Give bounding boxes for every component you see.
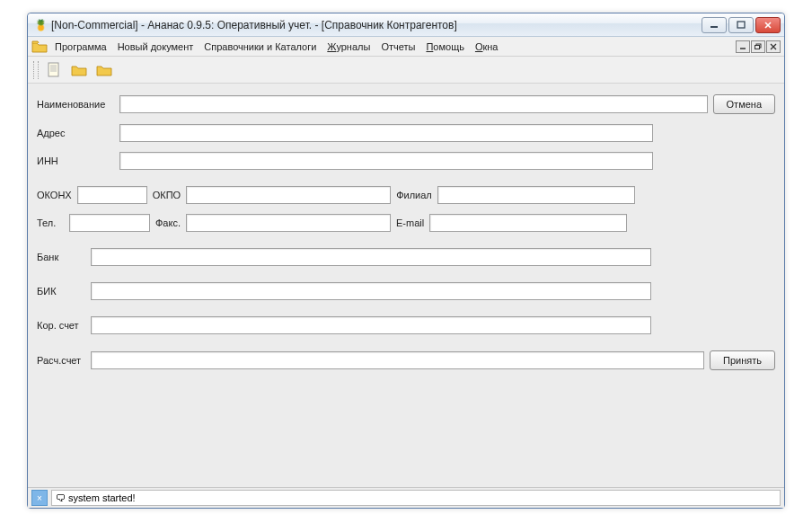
open-tool-button-1[interactable] xyxy=(69,60,89,80)
label-branch: Филиал xyxy=(396,190,432,200)
okpo-input[interactable] xyxy=(186,186,391,204)
app-icon: 🍍 xyxy=(33,18,48,32)
cancel-button[interactable]: Отмена xyxy=(713,94,775,114)
open-tool-button-2[interactable] xyxy=(94,60,114,80)
speech-icon: 🗨 xyxy=(56,492,66,503)
menu-reports[interactable]: Отчеты xyxy=(375,40,420,54)
window-title: [Non-Commercial] - Ананас 0.9.5: Операти… xyxy=(51,19,702,31)
label-email: E-mail xyxy=(396,217,424,228)
menu-windows[interactable]: Окна xyxy=(470,40,504,54)
menu-journals[interactable]: Журналы xyxy=(322,40,375,54)
label-tel: Тел. xyxy=(37,217,64,228)
mdi-controls xyxy=(736,40,781,53)
bank-input[interactable] xyxy=(91,248,651,266)
mdi-close-button[interactable] xyxy=(766,40,781,53)
mdi-restore-button[interactable] xyxy=(751,40,765,53)
okonh-input[interactable] xyxy=(77,186,147,204)
form-area: Наименование Отмена Адрес ИНН ОКОНХ ОКПО… xyxy=(28,84,784,488)
accept-button[interactable]: Принять xyxy=(710,350,775,370)
fax-input[interactable] xyxy=(186,214,391,232)
minimize-button[interactable] xyxy=(702,17,727,33)
label-name: Наименование xyxy=(37,99,114,110)
maximize-button[interactable] xyxy=(728,17,754,33)
folder-icon xyxy=(31,40,48,54)
branch-input[interactable] xyxy=(437,186,635,204)
label-address: Адрес xyxy=(37,128,114,138)
label-okonh: ОКОНХ xyxy=(37,190,72,200)
name-input[interactable] xyxy=(119,95,708,113)
svg-rect-6 xyxy=(755,45,760,49)
new-doc-tool-button[interactable] xyxy=(44,60,64,80)
status-bar: × 🗨 system started! xyxy=(28,488,784,508)
inn-input[interactable] xyxy=(119,152,653,170)
status-message: system started! xyxy=(68,492,136,503)
email-input[interactable] xyxy=(429,214,627,232)
menu-program[interactable]: Программа xyxy=(49,40,112,54)
label-corr: Кор. счет xyxy=(37,320,85,331)
label-bank: Банк xyxy=(37,252,85,262)
bik-input[interactable] xyxy=(91,282,651,300)
menu-help[interactable]: Помощь xyxy=(420,40,470,54)
close-button[interactable] xyxy=(755,17,781,33)
corr-input[interactable] xyxy=(91,316,651,334)
toolbar xyxy=(28,57,784,84)
status-close-button[interactable]: × xyxy=(31,490,48,506)
label-rasch: Расч.счет xyxy=(37,355,85,366)
mdi-minimize-button[interactable] xyxy=(736,40,750,53)
menu-catalogs[interactable]: Справочники и Каталоги xyxy=(199,40,322,54)
label-inn: ИНН xyxy=(37,155,114,166)
label-okpo: ОКПО xyxy=(153,190,181,200)
window-controls xyxy=(702,17,781,33)
rasch-input[interactable] xyxy=(91,351,704,369)
svg-rect-1 xyxy=(737,22,745,28)
label-bik: БИК xyxy=(37,286,85,297)
tel-input[interactable] xyxy=(69,214,150,232)
main-window: 🍍 [Non-Commercial] - Ананас 0.9.5: Опера… xyxy=(27,13,785,509)
status-box: 🗨 system started! xyxy=(51,490,781,506)
menubar: Программа Новый документ Справочники и К… xyxy=(28,37,784,57)
titlebar: 🍍 [Non-Commercial] - Ананас 0.9.5: Опера… xyxy=(28,13,784,37)
menu-new-document[interactable]: Новый документ xyxy=(112,40,199,54)
address-input[interactable] xyxy=(119,124,653,142)
toolbar-grip xyxy=(33,61,39,79)
label-fax: Факс. xyxy=(155,217,181,228)
